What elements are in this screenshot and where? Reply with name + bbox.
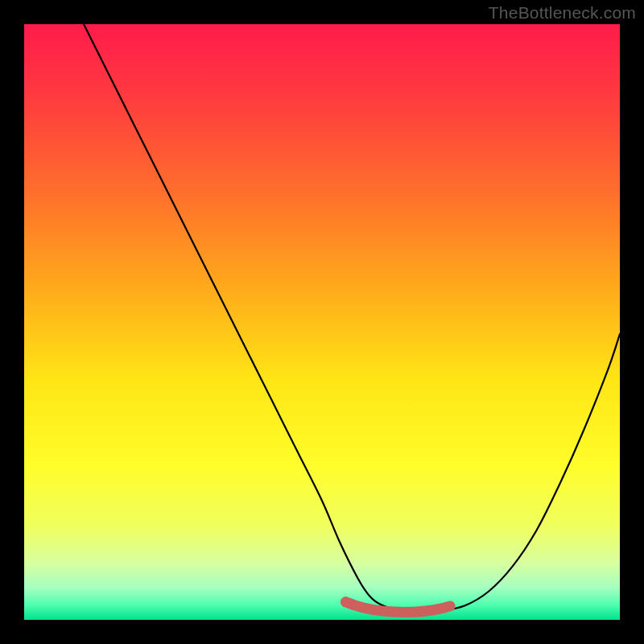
- watermark-text: TheBottleneck.com: [489, 3, 636, 23]
- optimal-range-start-dot: [341, 597, 351, 607]
- gradient-background: [24, 24, 620, 620]
- bottleneck-chart: [24, 24, 620, 620]
- chart-plot-area: [24, 24, 620, 620]
